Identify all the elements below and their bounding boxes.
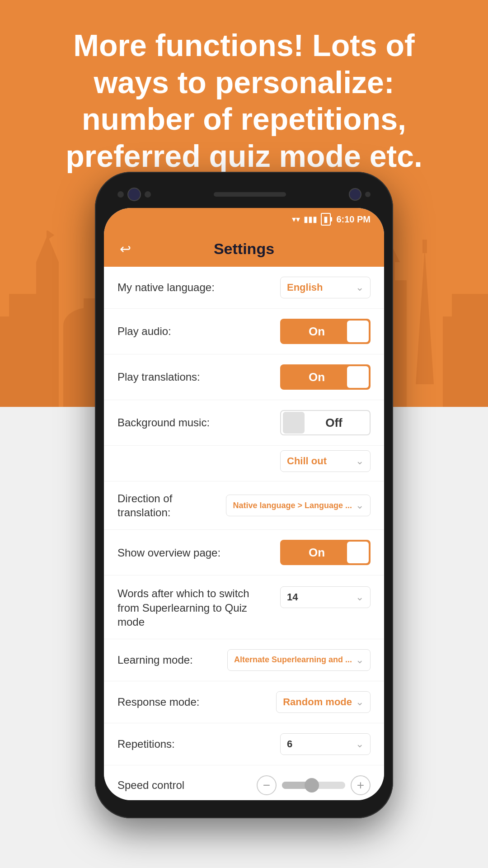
status-icons: ▾▾ ▮▮▮ ▮ 6:10 PM bbox=[292, 213, 371, 226]
words-switch-label: Words after which to switch from Superle… bbox=[117, 586, 258, 629]
background-music-toggle[interactable]: Off bbox=[280, 410, 371, 435]
setting-row-show-overview: Show overview page: On bbox=[104, 530, 384, 576]
toggle-knob-3 bbox=[283, 412, 305, 434]
play-translations-label: Play translations: bbox=[117, 370, 253, 384]
speed-control-label: Speed control bbox=[117, 778, 253, 792]
sensor-dot bbox=[117, 191, 124, 198]
speed-slider-track bbox=[282, 782, 345, 789]
battery-icon: ▮ bbox=[321, 213, 331, 226]
play-translations-toggle[interactable]: On bbox=[280, 364, 371, 390]
repetitions-label: Repetitions: bbox=[117, 737, 253, 751]
direction-dropdown[interactable]: Native language > Language ... ⌄ bbox=[226, 495, 371, 516]
wifi-icon: ▾▾ bbox=[292, 214, 300, 224]
native-language-dropdown[interactable]: English ⌄ bbox=[280, 277, 371, 298]
sensor-dot-2 bbox=[145, 191, 151, 198]
setting-row-native-language: My native language: English ⌄ bbox=[104, 267, 384, 309]
setting-row-play-audio: Play audio: On bbox=[104, 309, 384, 354]
svg-marker-7 bbox=[48, 231, 54, 240]
chill-out-value: Chill out bbox=[287, 455, 352, 467]
svg-rect-5 bbox=[45, 249, 50, 262]
response-mode-dropdown[interactable]: Random mode ⌄ bbox=[276, 691, 371, 713]
response-mode-label: Response mode: bbox=[117, 695, 253, 709]
front-camera bbox=[127, 188, 141, 201]
camera-circle bbox=[349, 188, 361, 201]
direction-value: Native language > Language ... bbox=[233, 501, 352, 510]
sensor-small bbox=[365, 192, 371, 197]
response-mode-arrow-icon: ⌄ bbox=[356, 696, 364, 708]
play-audio-toggle-text: On bbox=[282, 325, 347, 339]
play-translations-toggle-text: On bbox=[282, 370, 347, 384]
background-music-label: Background music: bbox=[117, 415, 253, 429]
words-switch-arrow-icon: ⌄ bbox=[356, 591, 364, 603]
status-time: 6:10 PM bbox=[336, 214, 371, 225]
speed-control-widget: − + bbox=[257, 775, 371, 795]
learning-mode-dropdown[interactable]: Alternate Superlearning and ... ⌄ bbox=[227, 649, 371, 671]
setting-row-background-music: Background music: Off bbox=[104, 400, 384, 446]
setting-row-speed-control: Speed control − + bbox=[104, 765, 384, 800]
app-header: ↩ Settings bbox=[104, 231, 384, 267]
repetitions-value: 6 bbox=[287, 738, 352, 750]
svg-rect-3 bbox=[36, 262, 59, 407]
play-audio-label: Play audio: bbox=[117, 324, 253, 338]
svg-rect-25 bbox=[470, 326, 488, 407]
toggle-knob-4 bbox=[347, 542, 369, 563]
setting-row-repetitions: Repetitions: 6 ⌄ bbox=[104, 723, 384, 765]
svg-rect-16 bbox=[422, 240, 427, 253]
speed-increase-button[interactable]: + bbox=[351, 775, 371, 795]
words-switch-value: 14 bbox=[287, 591, 352, 603]
show-overview-toggle-text: On bbox=[282, 546, 347, 560]
speaker bbox=[214, 192, 286, 197]
setting-row-direction: Direction of translation: Native languag… bbox=[104, 481, 384, 530]
learning-mode-label: Learning mode: bbox=[117, 653, 227, 667]
back-button[interactable]: ↩ bbox=[115, 239, 136, 259]
toggle-knob bbox=[347, 321, 369, 342]
chill-out-arrow-icon: ⌄ bbox=[356, 455, 364, 467]
chill-out-dropdown[interactable]: Chill out ⌄ bbox=[280, 450, 371, 472]
setting-row-play-translations: Play translations: On bbox=[104, 354, 384, 400]
svg-rect-6 bbox=[47, 231, 48, 249]
speed-slider-thumb[interactable] bbox=[305, 778, 319, 793]
phone-top-bar bbox=[104, 181, 384, 208]
dropdown-arrow-icon: ⌄ bbox=[356, 282, 364, 293]
setting-row-learning-mode: Learning mode: Alternate Superlearning a… bbox=[104, 639, 384, 681]
show-overview-label: Show overview page: bbox=[117, 546, 253, 560]
toggle-knob-2 bbox=[347, 366, 369, 388]
setting-row-response-mode: Response mode: Random mode ⌄ bbox=[104, 681, 384, 723]
show-overview-toggle[interactable]: On bbox=[280, 540, 371, 565]
response-mode-value: Random mode bbox=[283, 696, 352, 708]
phone-device: ▾▾ ▮▮▮ ▮ 6:10 PM ↩ Settings bbox=[95, 172, 393, 818]
setting-row-words-switch: Words after which to switch from Superle… bbox=[104, 576, 384, 639]
status-bar: ▾▾ ▮▮▮ ▮ 6:10 PM bbox=[104, 208, 384, 231]
settings-content: My native language: English ⌄ Play audio… bbox=[104, 267, 384, 800]
repetitions-dropdown[interactable]: 6 ⌄ bbox=[280, 733, 371, 755]
svg-marker-15 bbox=[407, 249, 443, 384]
background-music-toggle-text: Off bbox=[305, 416, 368, 430]
signal-icon: ▮▮▮ bbox=[304, 214, 317, 224]
setting-row-chill-out: Chill out ⌄ bbox=[104, 446, 384, 481]
page-title: Settings bbox=[214, 240, 274, 258]
header-title: More functions! Lots of ways to personal… bbox=[0, 0, 488, 193]
direction-arrow-icon: ⌄ bbox=[356, 500, 364, 511]
direction-label: Direction of translation: bbox=[117, 491, 226, 519]
words-switch-dropdown[interactable]: 14 ⌄ bbox=[280, 586, 371, 608]
phone-screen: ▾▾ ▮▮▮ ▮ 6:10 PM ↩ Settings bbox=[104, 208, 384, 800]
learning-mode-arrow-icon: ⌄ bbox=[356, 654, 364, 666]
repetitions-arrow-icon: ⌄ bbox=[356, 738, 364, 750]
learning-mode-value: Alternate Superlearning and ... bbox=[234, 655, 352, 665]
native-language-value: English bbox=[287, 282, 352, 293]
play-audio-toggle[interactable]: On bbox=[280, 319, 371, 344]
native-language-label: My native language: bbox=[117, 280, 253, 294]
speed-decrease-button[interactable]: − bbox=[257, 775, 277, 795]
